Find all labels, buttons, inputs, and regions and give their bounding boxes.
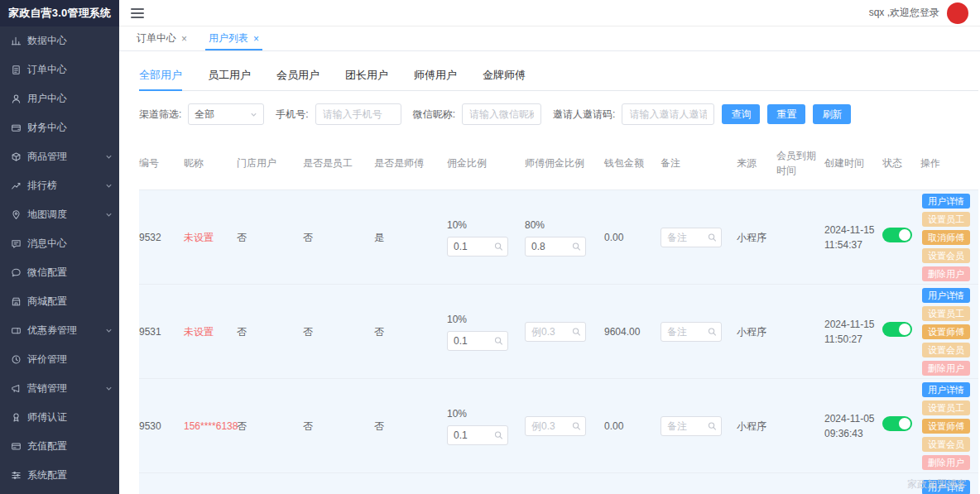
sidebar-item-ranking[interactable]: 排行榜 (0, 171, 119, 200)
chevron-down-icon (105, 327, 113, 334)
set-member-button[interactable]: 设置会员 (922, 248, 970, 263)
commission-percent-label: 10% (447, 218, 518, 233)
col-store-user: 门店用户 (237, 156, 303, 170)
set-master-button[interactable]: 设置师傅 (922, 419, 970, 434)
nickname-filter-label: 微信昵称: (413, 108, 455, 122)
set-employee-button[interactable]: 设置员工 (922, 306, 970, 321)
cell-source: 小程序 (737, 324, 776, 339)
tab-member-users[interactable]: 会员用户 (276, 60, 319, 90)
reset-button[interactable]: 重置 (767, 104, 805, 124)
sidebar-item-coupon-management[interactable]: 优惠券管理 (0, 316, 119, 345)
search-icon (572, 327, 581, 336)
page-content: 全部用户 员工用户 会员用户 团长用户 师傅用户 金牌师傅 渠道筛选: 全部 手… (119, 51, 980, 494)
cell-nickname: 156****6138 (184, 419, 237, 434)
inviter-code-input[interactable] (622, 103, 714, 125)
tab-employee-users[interactable]: 员工用户 (208, 60, 251, 90)
cell-actions: 用户详情 设置员工 (920, 473, 978, 494)
cell-nickname: 未设置 (184, 324, 237, 339)
message-icon (11, 238, 22, 249)
cell-wallet: 9604.00 (604, 324, 661, 339)
tab-order-center[interactable]: 订单中心 × (126, 26, 198, 50)
cancel-master-button[interactable]: 取消师傅 (922, 230, 970, 245)
set-employee-button[interactable]: 设置员工 (922, 212, 970, 227)
tab-leader-users[interactable]: 团长用户 (345, 60, 388, 90)
sidebar-item-label: 地图调度 (27, 208, 67, 222)
sidebar-item-label: 微信配置 (27, 266, 67, 280)
user-detail-button[interactable]: 用户详情 (922, 288, 970, 303)
sidebar-item-data-center[interactable]: 数据中心 (0, 26, 119, 55)
sidebar-item-user-center[interactable]: 用户中心 (0, 84, 119, 113)
sidebar-item-master-certification[interactable]: 师傅认证 (0, 403, 119, 432)
sidebar-item-label: 师傅认证 (27, 410, 67, 424)
close-icon[interactable]: × (253, 33, 259, 45)
delete-user-button[interactable]: 删除用户 (922, 361, 970, 376)
sidebar-item-label: 评价管理 (27, 353, 67, 367)
main-area: sqx ,欢迎您登录 订单中心 × 用户列表 × 全部用户 员工用户 会员用户 … (119, 0, 980, 494)
clock-icon (11, 354, 22, 365)
tab-label: 订单中心 (137, 31, 176, 46)
status-toggle[interactable] (882, 228, 912, 242)
user-detail-button[interactable]: 用户详情 (922, 194, 970, 209)
sidebar: 家政自营3.0管理系统 数据中心 订单中心 用户中心 财务中心 商品管理 排行榜 (0, 0, 119, 494)
col-is-master: 是否是师傅 (374, 156, 447, 170)
phone-input[interactable] (315, 103, 401, 125)
search-button[interactable]: 查询 (722, 104, 760, 124)
sidebar-item-label: 订单中心 (27, 63, 67, 77)
cell-source: 小程序 (737, 419, 776, 434)
sidebar-item-map-dispatch[interactable]: 地图调度 (0, 200, 119, 229)
sidebar-item-order-center[interactable]: 订单中心 (0, 55, 119, 84)
channel-select[interactable]: 全部 (188, 103, 264, 125)
sidebar-item-recharge-config[interactable]: 充值配置 (0, 432, 119, 461)
commission-percent-label: 10% (447, 406, 518, 421)
cell-wallet: 0.00 (604, 230, 661, 245)
user-detail-button[interactable]: 用户详情 (922, 382, 970, 397)
search-icon (494, 337, 503, 346)
store-icon (11, 296, 22, 307)
cell-store-user: 否 (237, 230, 303, 245)
menu-collapse-icon[interactable] (131, 8, 144, 18)
sidebar-item-label: 排行榜 (27, 179, 57, 193)
sidebar-menu: 数据中心 订单中心 用户中心 财务中心 商品管理 排行榜 地图调度 (0, 26, 119, 494)
tab-user-list[interactable]: 用户列表 × (198, 26, 270, 50)
sidebar-item-system-config[interactable]: 系统配置 (0, 461, 119, 490)
search-icon (494, 431, 503, 440)
cell-commission: 10% (447, 406, 525, 445)
sidebar-item-review-management[interactable]: 评价管理 (0, 345, 119, 374)
set-member-button[interactable]: 设置会员 (922, 343, 970, 357)
status-toggle[interactable] (882, 416, 912, 431)
sidebar-item-marketing-management[interactable]: 营销管理 (0, 374, 119, 403)
tab-master-users[interactable]: 师傅用户 (414, 60, 457, 90)
sidebar-item-label: 商品管理 (27, 150, 67, 164)
nickname-input[interactable] (462, 103, 541, 125)
sidebar-item-wechat-config[interactable]: 微信配置 (0, 258, 119, 287)
delete-user-button[interactable]: 删除用户 (922, 455, 970, 470)
set-master-button[interactable]: 设置师傅 (922, 324, 970, 339)
cell-created: 2024-11-05 09:36:43 (824, 411, 882, 441)
wallet-icon (11, 122, 22, 133)
user-detail-button[interactable]: 用户详情 (922, 480, 970, 494)
status-toggle[interactable] (882, 322, 912, 337)
table-row: 9531 未设置 否 否 否 10% 9604.00 (139, 285, 978, 379)
master-commission-percent-label: 80% (525, 218, 598, 233)
delete-user-button[interactable]: 删除用户 (922, 266, 970, 281)
filter-bar: 渠道筛选: 全部 手机号: 微信昵称: 邀请人邀请码: 查询 重置 刷新 (139, 103, 978, 125)
cell-id: 9532 (139, 230, 184, 245)
cell-is-master: 否 (374, 324, 447, 339)
sidebar-item-finance-center[interactable]: 财务中心 (0, 113, 119, 142)
col-member-expire: 会员到期时间 (776, 148, 824, 178)
set-employee-button[interactable]: 设置员工 (922, 400, 970, 415)
chevron-down-icon (105, 153, 113, 161)
tab-all-users[interactable]: 全部用户 (139, 60, 182, 90)
table-row: 9530 156****6138 否 否 否 10% 0.00 (139, 379, 978, 473)
user-avatar[interactable] (947, 2, 968, 24)
cell-master-commission (525, 416, 604, 436)
set-member-button[interactable]: 设置会员 (922, 437, 970, 452)
cell-master-commission (525, 322, 604, 342)
tab-gold-masters[interactable]: 金牌师傅 (483, 60, 526, 90)
sidebar-item-mall-config[interactable]: 商城配置 (0, 287, 119, 316)
sidebar-item-product-management[interactable]: 商品管理 (0, 142, 119, 171)
refresh-button[interactable]: 刷新 (813, 104, 851, 124)
cell-store-user: 否 (237, 324, 303, 339)
sidebar-item-message-center[interactable]: 消息中心 (0, 229, 119, 258)
close-icon[interactable]: × (181, 33, 187, 45)
